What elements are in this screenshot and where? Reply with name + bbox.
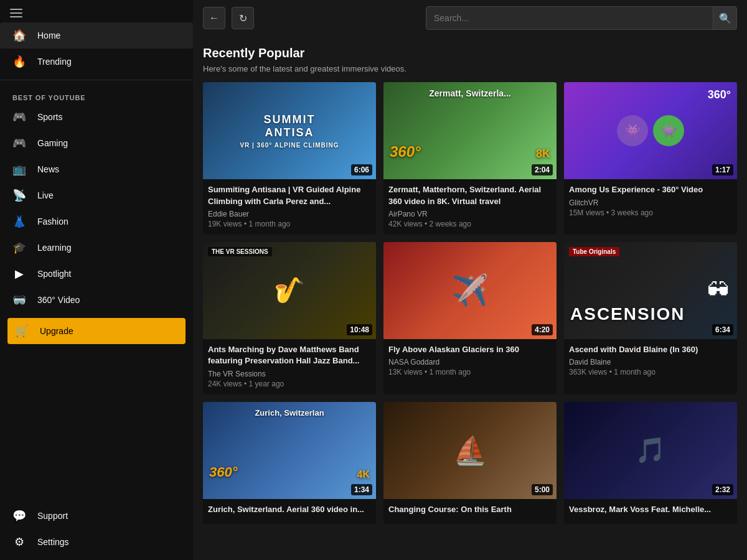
video-info-v8: Changing Course: On this Earth [383, 499, 557, 524]
video-card-v3[interactable]: 👾 👾 360° 1:17 Among Us Experience - 360°… [564, 82, 737, 235]
video-info-v7: Zurich, Switzerland. Aerial 360 video in… [203, 499, 376, 524]
section-title: Recently Popular [203, 46, 737, 60]
topbar: ← ↻ 🔍 [193, 0, 747, 36]
refresh-button[interactable]: ↻ [232, 7, 254, 29]
video-meta-v3: 15M views • 3 weeks ago [569, 208, 732, 217]
gaming-icon: 🎮 [12, 136, 26, 150]
video-info-v5: Fly Above Alaskan Glaciers in 360 NASA G… [383, 339, 557, 383]
learning-icon: 🎓 [12, 241, 26, 254]
duration-v4: 10:48 [347, 324, 372, 335]
sidebar-item-live[interactable]: 📡 Live [0, 182, 193, 208]
thumbnail-v3: 👾 👾 360° 1:17 [564, 82, 737, 179]
video-channel-v1: Eddie Bauer [208, 210, 371, 218]
sidebar-item-support[interactable]: 💬 Support [0, 503, 193, 529]
sidebar-item-trending[interactable]: 🔥 Trending [0, 49, 193, 75]
sidebar-section-label: BEST OF YOUTUBE [0, 85, 193, 104]
upgrade-icon: 🛒 [15, 324, 29, 338]
sidebar-label-trending: Trending [37, 57, 72, 67]
video-card-v4[interactable]: THE VR SESSIONS 🎷 10:48 Ants Marching by… [203, 242, 376, 394]
sidebar-item-gaming[interactable]: 🎮 Gaming [0, 130, 193, 156]
video-card-v7[interactable]: Zurich, Switzerlan 360° 4K 1:34 Zurich, … [203, 402, 376, 525]
video-title-v9: Vessbroz, Mark Voss Feat. Michelle... [569, 504, 732, 515]
duration-v8: 5:00 [532, 484, 553, 495]
duration-v3: 1:17 [712, 164, 733, 175]
video-card-v8[interactable]: ⛵ 5:00 Changing Course: On this Earth [383, 402, 557, 525]
section-subtitle: Here's some of the latest and greatest i… [203, 64, 737, 73]
video-title-v8: Changing Course: On this Earth [388, 504, 552, 515]
video-title-v3: Among Us Experience - 360° Video [569, 184, 732, 195]
sidebar-label-support: Support [37, 511, 68, 521]
video-card-v2[interactable]: Zermatt, Switzerla... 360° 8K 2:04 Zerma… [383, 82, 557, 235]
sidebar-bottom: 💬 Support ⚙ Settings [0, 503, 193, 560]
video-channel-v3: GlitchVR [569, 198, 732, 207]
sidebar-label-360video: 360° Video [37, 295, 80, 305]
video-info-v3: Among Us Experience - 360° Video GlitchV… [564, 179, 737, 223]
video-title-v7: Zurich, Switzerland. Aerial 360 video in… [208, 504, 371, 515]
thumbnail-v9: 🎵 2:32 [564, 402, 737, 499]
sidebar-item-fashion[interactable]: 👗 Fashion [0, 208, 193, 235]
duration-v9: 2:32 [712, 484, 733, 495]
search-input[interactable] [426, 9, 713, 27]
sidebar: 🏠 Home 🔥 Trending BEST OF YOUTUBE 🎮 Spor… [0, 0, 193, 560]
sidebar-label-settings: Settings [37, 537, 69, 547]
back-button[interactable]: ← [203, 7, 225, 29]
fashion-icon: 👗 [12, 215, 26, 228]
video-card-v1[interactable]: SUMMIT ANTISA VR | 360° ALPINE CLIMBING … [203, 82, 376, 235]
home-icon: 🏠 [12, 29, 26, 42]
thumbnail-v6: Tube Originals ASCENSION 🕶 6:34 [564, 242, 737, 339]
video-channel-v6: David Blaine [569, 358, 732, 366]
video-title-v4: Ants Marching by Dave Matthews Band feat… [208, 344, 371, 366]
sidebar-item-upgrade[interactable]: 🛒 Upgrade [7, 318, 186, 344]
live-icon: 📡 [12, 189, 26, 202]
hamburger-icon[interactable] [10, 9, 22, 17]
content-area: Recently Popular Here's some of the late… [193, 36, 747, 560]
sidebar-item-news[interactable]: 📺 News [0, 156, 193, 182]
sidebar-label-spotlight: Spotlight [37, 269, 71, 279]
thumbnail-v4: THE VR SESSIONS 🎷 10:48 [203, 242, 376, 339]
sidebar-item-home[interactable]: 🏠 Home [0, 22, 193, 49]
sidebar-item-360video[interactable]: 🥽 360° Video [0, 287, 193, 313]
news-icon: 📺 [12, 162, 26, 176]
video-card-v5[interactable]: ✈️ 4:20 Fly Above Alaskan Glaciers in 36… [383, 242, 557, 394]
duration-v5: 4:20 [532, 324, 553, 335]
sidebar-label-upgrade: Upgrade [40, 326, 73, 336]
video-info-v9: Vessbroz, Mark Voss Feat. Michelle... [564, 499, 737, 524]
thumbnail-v8: ⛵ 5:00 [383, 402, 557, 499]
spotlight-icon: ▶ [12, 267, 26, 281]
thumbnail-v5: ✈️ 4:20 [383, 242, 557, 339]
video-card-v9[interactable]: 🎵 2:32 Vessbroz, Mark Voss Feat. Michell… [564, 402, 737, 525]
thumbnail-v1: SUMMIT ANTISA VR | 360° ALPINE CLIMBING … [203, 82, 376, 179]
sidebar-label-sports: Sports [37, 112, 62, 122]
sidebar-label-home: Home [37, 30, 60, 40]
video-meta-v1: 19K views • 1 month ago [208, 220, 371, 228]
search-bar: 🔍 [426, 6, 737, 30]
sidebar-label-fashion: Fashion [37, 217, 68, 226]
video-channel-v2: AirPano VR [388, 210, 552, 218]
video-info-v2: Zermatt, Matterhorn, Switzerland. Aerial… [383, 179, 557, 234]
trending-icon: 🔥 [12, 55, 26, 68]
video-info-v1: Summiting Antisana | VR Guided Alpine Cl… [203, 179, 376, 234]
video-title-v2: Zermatt, Matterhorn, Switzerland. Aerial… [388, 184, 552, 207]
sidebar-item-sports[interactable]: 🎮 Sports [0, 104, 193, 130]
thumbnail-v7: Zurich, Switzerlan 360° 4K 1:34 [203, 402, 376, 499]
search-button[interactable]: 🔍 [713, 7, 736, 29]
video-info-v6: Ascend with David Blaine (In 360) David … [564, 339, 737, 383]
main-content: ← ↻ 🔍 Recently Popular Here's some of th… [193, 0, 747, 560]
sidebar-label-live: Live [37, 190, 54, 200]
duration-v6: 6:34 [712, 324, 733, 335]
thumbnail-v2: Zermatt, Switzerla... 360° 8K 2:04 [383, 82, 557, 179]
sidebar-label-news: News [37, 164, 59, 174]
sidebar-label-gaming: Gaming [37, 138, 68, 148]
video-meta-v4: 24K views • 1 year ago [208, 380, 371, 388]
sidebar-item-spotlight[interactable]: ▶ Spotlight [0, 261, 193, 287]
video-title-v1: Summiting Antisana | VR Guided Alpine Cl… [208, 184, 371, 207]
support-icon: 💬 [12, 509, 26, 523]
video-grid: SUMMIT ANTISA VR | 360° ALPINE CLIMBING … [203, 82, 737, 524]
video-card-v6[interactable]: Tube Originals ASCENSION 🕶 6:34 Ascend w… [564, 242, 737, 394]
video-meta-v5: 13K views • 1 month ago [388, 368, 552, 376]
sidebar-item-settings[interactable]: ⚙ Settings [0, 529, 193, 555]
video-channel-v4: The VR Sessions [208, 370, 371, 378]
duration-v1: 6:06 [351, 164, 372, 175]
sidebar-top [0, 0, 193, 22]
sidebar-item-learning[interactable]: 🎓 Learning [0, 235, 193, 261]
